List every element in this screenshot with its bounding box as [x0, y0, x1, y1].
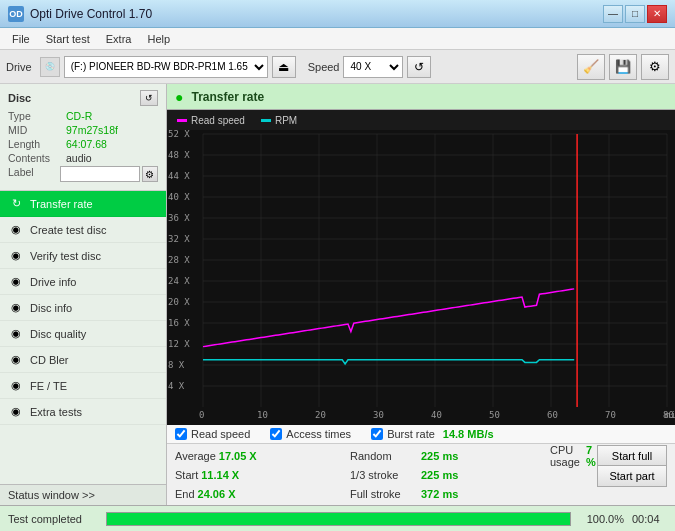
- sidebar-item-disc-quality[interactable]: ◉ Disc quality: [0, 321, 166, 347]
- sidebar-item-fe-te-label: FE / TE: [30, 380, 67, 392]
- sidebar-item-cd-bler[interactable]: ◉ CD Bler: [0, 347, 166, 373]
- disc-mid-val: 97m27s18f: [66, 124, 118, 136]
- window-controls: — □ ✕: [603, 5, 667, 23]
- disc-info-icon: ◉: [8, 300, 24, 316]
- status-text: Test completed: [8, 513, 98, 525]
- disc-quality-icon: ◉: [8, 326, 24, 342]
- average-row: Average 17.05 X: [175, 447, 350, 465]
- drive-label: Drive: [6, 61, 32, 73]
- verify-test-disc-icon: ◉: [8, 248, 24, 264]
- fe-te-icon: ◉: [8, 378, 24, 394]
- menu-extra[interactable]: Extra: [98, 31, 140, 47]
- sidebar-item-drive-info-label: Drive info: [30, 276, 76, 288]
- stroke-1-3-value: 225 ms: [421, 469, 458, 481]
- end-row: End 24.06 X: [175, 485, 350, 503]
- speed-select[interactable]: 40 X: [343, 56, 403, 78]
- sidebar: Disc ↺ Type CD-R MID 97m27s18f Length 64…: [0, 84, 167, 505]
- end-value: 24.06 X: [198, 488, 236, 500]
- sidebar-item-extra-tests[interactable]: ◉ Extra tests: [0, 399, 166, 425]
- checkboxes-row: Read speed Access times Burst rate 14.8 …: [167, 425, 675, 444]
- average-label: Average: [175, 450, 216, 462]
- disc-length-val: 64:07.68: [66, 138, 107, 150]
- burst-rate-value: 14.8 MB/s: [443, 428, 494, 440]
- save-button[interactable]: 💾: [609, 54, 637, 80]
- sidebar-item-transfer-rate[interactable]: ↻ Transfer rate: [0, 191, 166, 217]
- burst-rate-checkbox[interactable]: [371, 428, 383, 440]
- sidebar-item-disc-info[interactable]: ◉ Disc info: [0, 295, 166, 321]
- stats-col4: Start full Start part: [597, 447, 667, 503]
- disc-label-button[interactable]: ⚙: [142, 166, 158, 182]
- sidebar-item-cd-bler-label: CD Bler: [30, 354, 69, 366]
- create-test-disc-icon: ◉: [8, 222, 24, 238]
- toolbar: Drive 💿 (F:) PIONEER BD-RW BDR-PR1M 1.65…: [0, 50, 675, 84]
- read-speed-checkbox[interactable]: [175, 428, 187, 440]
- disc-contents-row: Contents audio: [8, 152, 158, 164]
- progress-text: 100.0%: [579, 513, 624, 525]
- disc-header: Disc ↺: [8, 90, 158, 106]
- start-part-button[interactable]: Start part: [597, 465, 667, 487]
- disc-type-key: Type: [8, 110, 66, 122]
- disc-mid-row: MID 97m27s18f: [8, 124, 158, 136]
- sidebar-item-fe-te[interactable]: ◉ FE / TE: [0, 373, 166, 399]
- drive-icon: 💿: [40, 57, 60, 77]
- average-value: 17.05 X: [219, 450, 257, 462]
- chart-title: Transfer rate: [191, 90, 264, 104]
- sidebar-item-create-test-disc[interactable]: ◉ Create test disc: [0, 217, 166, 243]
- drive-select-wrap: 💿 (F:) PIONEER BD-RW BDR-PR1M 1.65: [40, 56, 268, 78]
- start-full-button[interactable]: Start full: [597, 445, 667, 467]
- disc-refresh-button[interactable]: ↺: [140, 90, 158, 106]
- maximize-button[interactable]: □: [625, 5, 645, 23]
- refresh-button[interactable]: ↺: [407, 56, 431, 78]
- full-stroke-label: Full stroke: [350, 488, 418, 500]
- read-speed-cb-label: Read speed: [191, 428, 250, 440]
- start-value: 11.14 X: [201, 469, 239, 481]
- end-label: End: [175, 488, 195, 500]
- sidebar-item-drive-info[interactable]: ◉ Drive info: [0, 269, 166, 295]
- eject-button[interactable]: ⏏: [272, 56, 296, 78]
- transfer-rate-chart: [167, 130, 675, 425]
- read-speed-legend-label: Read speed: [191, 115, 245, 126]
- burst-rate-cb-label: Burst rate: [387, 428, 435, 440]
- sidebar-item-verify-test-disc-label: Verify test disc: [30, 250, 101, 262]
- chart-icon: ●: [175, 89, 183, 105]
- cpu-label: CPU usage: [550, 444, 583, 468]
- menu-start-test[interactable]: Start test: [38, 31, 98, 47]
- menu-help[interactable]: Help: [139, 31, 178, 47]
- settings-button[interactable]: ⚙: [641, 54, 669, 80]
- minimize-button[interactable]: —: [603, 5, 623, 23]
- disc-label-key: Label: [8, 166, 60, 182]
- close-button[interactable]: ✕: [647, 5, 667, 23]
- title-bar-left: OD Opti Drive Control 1.70: [8, 6, 152, 22]
- chart-legend: Read speed RPM: [167, 110, 675, 130]
- disc-label-input[interactable]: [60, 166, 140, 182]
- rpm-legend-dot: [261, 119, 271, 122]
- legend-read-speed: Read speed: [177, 115, 245, 126]
- stroke-1-3-row: 1/3 stroke 225 ms: [350, 466, 550, 484]
- cpu-row: CPU usage 7 %: [550, 447, 597, 465]
- chart-area: [167, 130, 675, 425]
- full-stroke-row: Full stroke 372 ms: [350, 485, 550, 503]
- drive-select[interactable]: (F:) PIONEER BD-RW BDR-PR1M 1.65: [64, 56, 268, 78]
- menu-file[interactable]: File: [4, 31, 38, 47]
- content-area: ● Transfer rate Read speed RPM Read spee…: [167, 84, 675, 505]
- status-window-label: Status window >>: [8, 489, 95, 501]
- access-times-checkbox[interactable]: [270, 428, 282, 440]
- sidebar-item-create-test-disc-label: Create test disc: [30, 224, 106, 236]
- disc-contents-val: audio: [66, 152, 92, 164]
- stats-rows: Average 17.05 X Start 11.14 X End 24.06 …: [167, 444, 675, 505]
- time-text: 00:04: [632, 513, 667, 525]
- rpm-legend-label: RPM: [275, 115, 297, 126]
- menu-bar: File Start test Extra Help: [0, 28, 675, 50]
- random-row: Random 225 ms: [350, 447, 550, 465]
- clear-button[interactable]: 🧹: [577, 54, 605, 80]
- access-times-cb-label: Access times: [286, 428, 351, 440]
- status-window-button[interactable]: Status window >>: [0, 485, 166, 505]
- legend-rpm: RPM: [261, 115, 297, 126]
- sidebar-item-disc-info-label: Disc info: [30, 302, 72, 314]
- disc-contents-key: Contents: [8, 152, 66, 164]
- progress-bar-wrap: [106, 512, 571, 526]
- sidebar-item-verify-test-disc[interactable]: ◉ Verify test disc: [0, 243, 166, 269]
- sidebar-bottom: Status window >>: [0, 484, 166, 505]
- stats-col2: Random 225 ms 1/3 stroke 225 ms Full str…: [350, 447, 550, 503]
- stats-col1: Average 17.05 X Start 11.14 X End 24.06 …: [175, 447, 350, 503]
